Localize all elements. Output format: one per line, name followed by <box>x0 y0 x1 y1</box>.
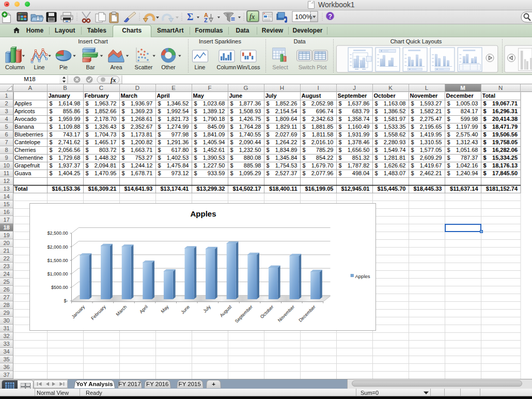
svg-text:August: August <box>219 304 233 318</box>
svg-text:May: May <box>160 304 170 314</box>
svg-text:January: January <box>70 304 86 319</box>
svg-text:$2,500.00: $2,500.00 <box>47 231 68 236</box>
svg-text:$2,000.00: $2,000.00 <box>47 244 68 250</box>
svg-text:December: December <box>298 304 316 323</box>
svg-text:September: September <box>234 304 254 324</box>
svg-text:$500.00: $500.00 <box>51 285 68 290</box>
svg-text:February: February <box>90 304 107 321</box>
svg-text:Apples: Apples <box>190 209 216 218</box>
svg-text:$1,000.00: $1,000.00 <box>47 271 68 277</box>
svg-text:October: October <box>259 304 275 320</box>
svg-text:April: April <box>138 304 149 315</box>
svg-text:Apples: Apples <box>355 273 370 279</box>
svg-text:July: July <box>202 304 212 314</box>
svg-text:March: March <box>115 304 128 317</box>
svg-text:June: June <box>180 304 191 315</box>
svg-text:$-: $- <box>64 298 68 303</box>
svg-text:November: November <box>277 304 295 323</box>
svg-text:$1,500.00: $1,500.00 <box>47 258 68 263</box>
